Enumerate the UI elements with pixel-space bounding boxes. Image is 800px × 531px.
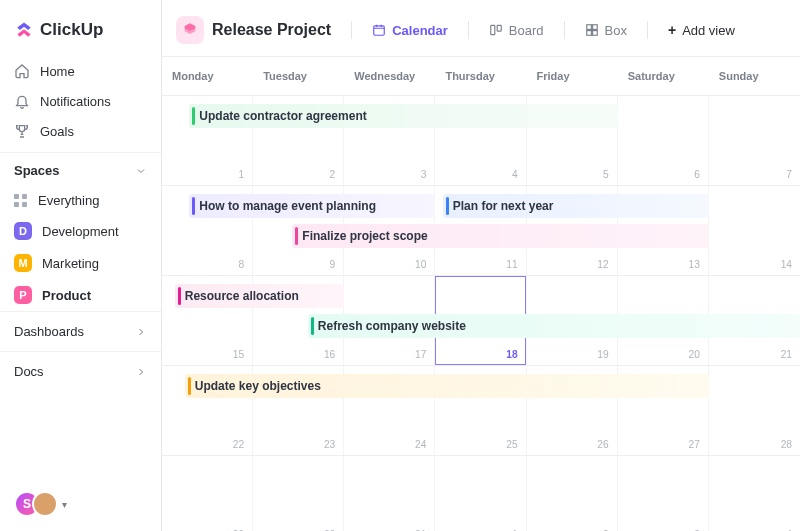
space-item-marketing[interactable]: MMarketing <box>0 247 161 279</box>
view-calendar-label: Calendar <box>392 23 448 38</box>
separator <box>351 21 352 39</box>
day-number: 21 <box>781 349 792 360</box>
space-item-development[interactable]: DDevelopment <box>0 215 161 247</box>
view-box[interactable]: Box <box>579 19 633 42</box>
spaces-list: DDevelopmentMMarketingPProduct <box>0 215 161 311</box>
nav-notifications[interactable]: Notifications <box>0 86 161 116</box>
day-cell[interactable]: 4 <box>709 456 800 531</box>
calendar-event[interactable]: Resource allocation <box>175 284 345 308</box>
calendar-week: 22232425262728Update key objectives <box>162 366 800 456</box>
grid-icon <box>14 194 28 208</box>
space-everything[interactable]: Everything <box>0 186 161 215</box>
space-everything-label: Everything <box>38 193 99 208</box>
day-number: 13 <box>689 259 700 270</box>
brand-name: ClickUp <box>40 20 103 40</box>
day-header: Friday <box>527 57 618 96</box>
sidebar-dashboards[interactable]: Dashboards <box>0 311 161 351</box>
home-icon <box>14 63 30 79</box>
chevron-right-icon <box>135 366 147 378</box>
spaces-header[interactable]: Spaces <box>0 152 161 186</box>
calendar-event[interactable]: Update key objectives <box>185 374 709 398</box>
day-number: 25 <box>506 439 517 450</box>
view-board-label: Board <box>509 23 544 38</box>
calendar-week: 2930311234 <box>162 456 800 531</box>
svg-rect-0 <box>374 26 385 35</box>
events-layer: Update key objectives <box>162 374 800 398</box>
calendar-event[interactable]: Update contractor agreement <box>189 104 617 128</box>
day-number: 16 <box>324 349 335 360</box>
calendar-event[interactable]: Plan for next year <box>443 194 709 218</box>
day-number: 18 <box>506 349 517 360</box>
day-number: 1 <box>238 169 244 180</box>
nav-home[interactable]: Home <box>0 56 161 86</box>
day-cell[interactable]: 1 <box>435 456 526 531</box>
calendar-event[interactable]: How to manage event planning <box>189 194 435 218</box>
day-header: Tuesday <box>253 57 344 96</box>
day-number: 8 <box>238 259 244 270</box>
svg-rect-5 <box>586 31 591 36</box>
day-cell[interactable]: 29 <box>162 456 253 531</box>
add-view-button[interactable]: + Add view <box>662 18 741 42</box>
day-number: 14 <box>781 259 792 270</box>
topbar: Release Project Calendar Board Box + Add… <box>162 0 800 56</box>
day-cell[interactable]: 2 <box>527 456 618 531</box>
calendar-event[interactable]: Finalize project scope <box>292 224 709 248</box>
day-header: Sunday <box>709 57 800 96</box>
separator <box>468 21 469 39</box>
project-title[interactable]: Release Project <box>212 21 331 39</box>
avatar-stack[interactable]: S <box>14 491 58 517</box>
events-layer: How to manage event planningPlan for nex… <box>162 194 800 248</box>
day-cell[interactable]: 31 <box>344 456 435 531</box>
day-number: 12 <box>597 259 608 270</box>
calendar-event[interactable]: Refresh company website <box>308 314 800 338</box>
view-calendar[interactable]: Calendar <box>366 19 454 42</box>
space-badge: D <box>14 222 32 240</box>
day-number: 20 <box>689 349 700 360</box>
avatar[interactable] <box>32 491 58 517</box>
sidebar-dashboards-label: Dashboards <box>14 324 84 339</box>
day-number: 27 <box>689 439 700 450</box>
nav-goals-label: Goals <box>40 124 74 139</box>
sidebar-docs-label: Docs <box>14 364 44 379</box>
calendar-icon <box>372 23 386 37</box>
svg-rect-6 <box>592 31 597 36</box>
calendar-week: 1234567Update contractor agreement <box>162 96 800 186</box>
day-number: 23 <box>324 439 335 450</box>
day-number: 9 <box>330 259 336 270</box>
svg-rect-2 <box>497 25 501 31</box>
sidebar-docs[interactable]: Docs <box>0 351 161 391</box>
spaces-header-label: Spaces <box>14 163 60 178</box>
space-badge: P <box>14 286 32 304</box>
day-number: 24 <box>415 439 426 450</box>
day-number: 2 <box>330 169 336 180</box>
nav-notifications-label: Notifications <box>40 94 111 109</box>
calendar-week: 891011121314How to manage event planning… <box>162 186 800 276</box>
svg-rect-4 <box>592 25 597 30</box>
nav-goals[interactable]: Goals <box>0 116 161 146</box>
space-label: Development <box>42 224 119 239</box>
trophy-icon <box>14 123 30 139</box>
calendar-weeks: 1234567Update contractor agreement891011… <box>162 96 800 531</box>
view-board[interactable]: Board <box>483 19 550 42</box>
sidebar: ClickUp Home Notifications Goals Spaces … <box>0 0 162 531</box>
space-item-product[interactable]: PProduct <box>0 279 161 311</box>
day-number: 7 <box>786 169 792 180</box>
view-box-label: Box <box>605 23 627 38</box>
day-grid: 2930311234 <box>162 456 800 531</box>
day-cell[interactable]: 30 <box>253 456 344 531</box>
day-header: Saturday <box>618 57 709 96</box>
nav-home-label: Home <box>40 64 75 79</box>
svg-rect-1 <box>491 25 495 34</box>
day-number: 3 <box>421 169 427 180</box>
day-cell[interactable]: 3 <box>618 456 709 531</box>
day-of-week-header: MondayTuesdayWednesdayThursdayFridaySatu… <box>162 57 800 96</box>
clickup-logo-icon <box>14 20 34 40</box>
day-number: 6 <box>694 169 700 180</box>
space-label: Product <box>42 288 91 303</box>
svg-rect-3 <box>586 25 591 30</box>
brand-logo[interactable]: ClickUp <box>0 0 161 54</box>
space-label: Marketing <box>42 256 99 271</box>
day-number: 19 <box>597 349 608 360</box>
day-header: Thursday <box>435 57 526 96</box>
separator <box>564 21 565 39</box>
